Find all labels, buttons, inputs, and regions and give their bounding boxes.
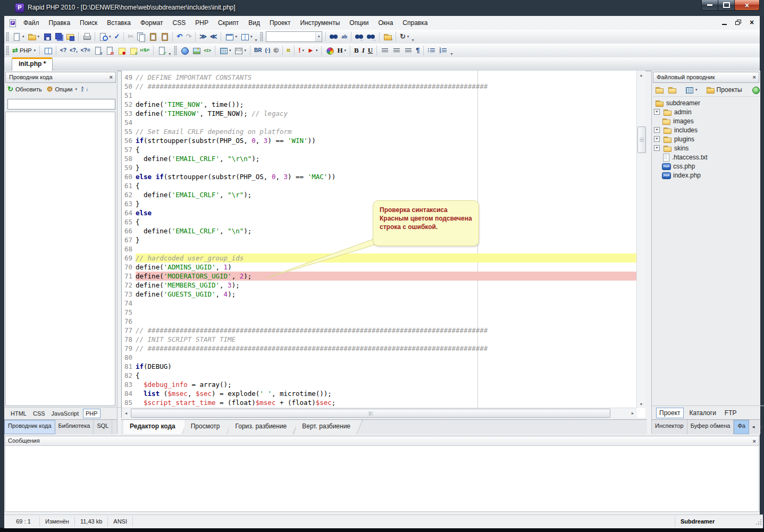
code-line-60[interactable]: else if(strtoupper(substr(PHP_OS, 0, 3) … bbox=[136, 172, 637, 181]
toolbar-overflow-button[interactable]: ▾ bbox=[410, 38, 415, 43]
undo-button[interactable]: ↶ bbox=[175, 31, 184, 42]
italic-button[interactable]: I bbox=[360, 45, 366, 56]
code-line-85[interactable]: $script_start_time = (float)$msec + (flo… bbox=[136, 398, 637, 407]
expander-icon[interactable]: + bbox=[654, 109, 660, 115]
view-tab-Редактор кода[interactable]: Редактор кода bbox=[123, 420, 188, 434]
redo-button[interactable]: ↷ bbox=[184, 31, 193, 42]
menu-PHP[interactable]: PHP bbox=[190, 16, 213, 29]
code-line-55[interactable]: // Set Email CRLF depending on platform bbox=[136, 127, 637, 136]
tree-item-images[interactable]: images bbox=[653, 116, 759, 125]
code-line-69[interactable]: // hardcoded user_group_ids bbox=[136, 254, 637, 263]
find-previous-button[interactable]: ← bbox=[354, 31, 365, 42]
tab-Проводник кода[interactable]: Проводник кода bbox=[4, 420, 55, 434]
tab-Инспектор[interactable]: Инспектор bbox=[652, 420, 687, 434]
menu-CSS[interactable]: CSS bbox=[168, 16, 191, 29]
tab-FTP[interactable]: FTP bbox=[722, 408, 740, 418]
mdi-minimize-button[interactable] bbox=[719, 18, 729, 27]
menu-Вставка[interactable]: Вставка bbox=[102, 16, 136, 29]
projects-button[interactable]: Проекты bbox=[704, 85, 745, 95]
tree-item-css.php[interactable]: css.php bbox=[653, 162, 759, 171]
code-line-77[interactable]: // #####################################… bbox=[136, 326, 637, 335]
code-line-52[interactable]: define('TIME_NOW', time()); bbox=[136, 100, 637, 109]
save-all-button[interactable] bbox=[53, 31, 64, 42]
maximize-button[interactable] bbox=[718, 0, 735, 11]
insert-php-echo-button[interactable]: <?= bbox=[79, 45, 92, 56]
expander-icon[interactable]: + bbox=[654, 127, 660, 133]
vertical-scrollbar[interactable]: ▲ ▼ bbox=[636, 71, 645, 408]
code-line-51[interactable] bbox=[136, 91, 637, 100]
code-line-78[interactable]: // INIT SCRIPT START TIME bbox=[136, 335, 637, 344]
special-characters-button[interactable]: ¤ bbox=[285, 45, 292, 56]
insert-nbsp-button[interactable]: (·) bbox=[263, 45, 272, 56]
new-document-button[interactable]: ▾ bbox=[11, 31, 26, 42]
code-explorer-list[interactable] bbox=[5, 112, 115, 406]
new-folder-button[interactable]: + bbox=[666, 85, 678, 95]
copy-as-code-alt-button[interactable]: #! bbox=[104, 45, 115, 56]
menu-Правка[interactable]: Правка bbox=[44, 16, 75, 29]
find-button[interactable] bbox=[328, 31, 340, 42]
code-line-61[interactable]: { bbox=[136, 181, 637, 190]
language-html[interactable]: HTML bbox=[9, 409, 29, 418]
menu-Поиск[interactable]: Поиск bbox=[75, 16, 102, 29]
insert-copyright-button[interactable]: © bbox=[272, 45, 280, 56]
horizontal-scrollbar[interactable]: ◄ ► bbox=[122, 408, 637, 418]
syntax-check-button[interactable]: ✓ bbox=[156, 45, 167, 56]
print-preview-button[interactable]: ▾ bbox=[97, 31, 113, 42]
tab-scroll-right-button[interactable]: ► bbox=[758, 424, 764, 430]
scroll-left-icon[interactable]: ◄ bbox=[122, 409, 130, 417]
paste-button[interactable] bbox=[147, 31, 158, 42]
insert-line-comment-button[interactable]: // bbox=[127, 45, 139, 56]
copy-button[interactable] bbox=[135, 31, 147, 42]
code-line-54[interactable] bbox=[136, 118, 637, 127]
menu-Справка[interactable]: Справка bbox=[398, 16, 432, 29]
scroll-down-icon[interactable]: ▼ bbox=[637, 400, 645, 408]
code-line-62[interactable]: define('EMAIL_CRLF', "\r"); bbox=[136, 190, 637, 199]
code-explorer-filter-input[interactable] bbox=[7, 99, 115, 109]
cut-button[interactable]: ✂ bbox=[126, 31, 135, 42]
color-picker-button[interactable] bbox=[324, 45, 335, 56]
options-button[interactable]: ⚙ Опции ▾ bbox=[45, 84, 79, 95]
file-explorer-close-icon[interactable]: × bbox=[753, 73, 756, 81]
save-button[interactable] bbox=[41, 31, 53, 42]
tab-Буфер обмена[interactable]: Буфер обмена bbox=[687, 420, 734, 434]
language-php[interactable]: PHP bbox=[83, 409, 100, 418]
code-line-50[interactable]: // #####################################… bbox=[136, 82, 637, 91]
tree-item-skins[interactable]: +skins bbox=[653, 143, 759, 153]
print-button[interactable] bbox=[81, 31, 93, 42]
tree-item-.htaccess.txt[interactable]: .htaccess.txt bbox=[653, 153, 759, 162]
parent-folder-button[interactable]: ↑ bbox=[653, 85, 666, 95]
tree-item-admin[interactable]: +admin bbox=[653, 107, 759, 116]
spell-check-button[interactable]: ✓ bbox=[113, 31, 122, 42]
code-line-72[interactable]: define('MEMBERS_UGID', 3); bbox=[136, 281, 637, 290]
menu-Проект[interactable]: Проект bbox=[265, 16, 296, 29]
code-line-81[interactable]: if(DEBUG) bbox=[136, 362, 637, 371]
code-line-75[interactable] bbox=[136, 308, 637, 317]
menu-Окна[interactable]: Окна bbox=[373, 16, 398, 29]
code-line-58[interactable]: define('EMAIL_CRLF', "\r\n"); bbox=[136, 154, 637, 163]
find-next-button[interactable]: → bbox=[365, 31, 377, 42]
view-tab-Гориз. разбиение[interactable]: Гориз. разбиение bbox=[229, 420, 299, 434]
code-line-53[interactable]: define('TIMENOW', TIME_NOW); // legacy bbox=[136, 109, 637, 118]
tab-Каталоги[interactable]: Каталоги bbox=[687, 408, 719, 418]
code-line-70[interactable]: define('ADMINS_UGID', 1) bbox=[136, 263, 637, 272]
expander-icon[interactable]: + bbox=[654, 136, 660, 142]
code-line-73[interactable]: define('GUESTS_UGID', 4); bbox=[136, 290, 637, 299]
copy-as-code-button[interactable]: # bbox=[92, 45, 104, 56]
tree-item-includes[interactable]: +includes bbox=[653, 125, 759, 134]
save-copy-button[interactable] bbox=[64, 31, 76, 42]
tag-editor-button[interactable] bbox=[42, 45, 54, 56]
toolbar-overflow-button[interactable]: ▾ bbox=[167, 52, 172, 56]
quick-find-combobox[interactable]: ▾ bbox=[266, 31, 322, 42]
menu-Вид[interactable]: Вид bbox=[244, 16, 265, 29]
code-line-57[interactable]: { bbox=[136, 145, 637, 154]
code-line-56[interactable]: if(strtoupper(substr(PHP_OS, 0, 3) == 'W… bbox=[136, 136, 637, 145]
expander-icon[interactable]: + bbox=[654, 145, 660, 151]
tree-item-subdreamer[interactable]: subdreamer bbox=[653, 98, 759, 107]
insert-comment-button[interactable]: ✱ bbox=[115, 45, 127, 56]
code-line-59[interactable]: } bbox=[136, 163, 637, 172]
numbered-list-button[interactable] bbox=[438, 45, 449, 56]
insert-br-button[interactable]: BR bbox=[253, 45, 263, 56]
code-line-74[interactable] bbox=[136, 299, 637, 308]
indent-button[interactable]: ≫ bbox=[198, 31, 208, 42]
window-layout-button[interactable]: ▾ bbox=[223, 31, 239, 42]
